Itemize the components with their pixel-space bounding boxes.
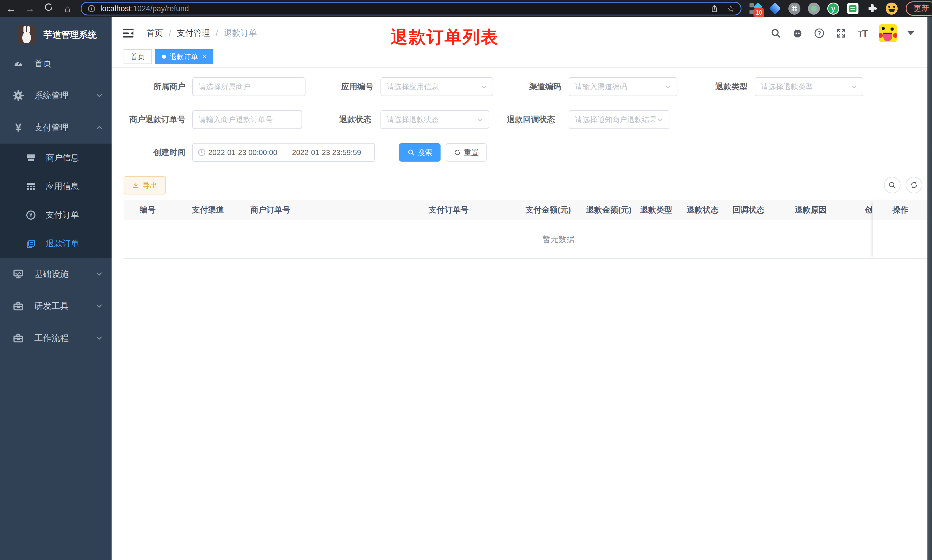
url-path: :1024/pay/refund: [131, 4, 189, 13]
emoji-extension-icon[interactable]: [885, 2, 898, 15]
chevron-down-icon: [656, 116, 664, 124]
date-range-end[interactable]: 2022-01-23 23:59:59: [292, 148, 364, 157]
sidebar-item-refund-order[interactable]: 退款订单: [0, 229, 112, 258]
refund-table: 编号 支付渠道 商户订单号 支付订单号 支付金额(元) 退款金额(元) 退款类型…: [124, 200, 927, 259]
page-annotation: 退款订单列表: [391, 26, 498, 49]
search-button-label: 搜索: [418, 148, 432, 158]
dot-extension-icon[interactable]: [807, 2, 820, 15]
yen-icon: ¥: [12, 121, 25, 134]
callback-status-select[interactable]: [569, 110, 669, 129]
tab-home[interactable]: 首页: [124, 49, 152, 64]
chevron-down-icon: [95, 302, 103, 310]
sidebar-item-pay[interactable]: ¥ 支付管理: [0, 112, 112, 143]
search-button[interactable]: 搜索: [399, 143, 441, 162]
share-icon[interactable]: [710, 4, 718, 13]
font-size-icon[interactable]: тT: [857, 28, 869, 39]
breadcrumb-pay[interactable]: 支付管理: [177, 28, 210, 39]
merchant-refund-no-field[interactable]: [193, 111, 301, 128]
toolbox-icon: [12, 300, 25, 312]
refund-status-select[interactable]: [380, 110, 489, 129]
merchant-refund-no-input[interactable]: [192, 110, 302, 129]
breadcrumb-separator: /: [216, 29, 218, 38]
callback-status-select-field[interactable]: [569, 111, 669, 128]
fold-icon[interactable]: [122, 27, 134, 40]
reload-icon[interactable]: [43, 0, 54, 17]
show-search-toggle-button[interactable]: [884, 177, 901, 193]
reset-button[interactable]: 重置: [446, 143, 487, 162]
column-header-refund-reason: 退款原因: [789, 200, 859, 220]
home-icon[interactable]: ⌂: [62, 0, 73, 17]
column-header-id: 编号: [124, 200, 186, 220]
filter-label-merchant: 所属商户: [123, 77, 185, 96]
date-range-start[interactable]: 2022-01-23 00:00:00: [208, 148, 280, 157]
app-no-select-field[interactable]: [381, 78, 493, 95]
table-body: 暂无数据: [124, 220, 927, 259]
filter-label-callback-status: 退款回调状态: [492, 110, 555, 129]
search-icon: [888, 181, 896, 189]
merchant-input[interactable]: [192, 77, 306, 96]
sidebar-item-infra[interactable]: 基础设施: [0, 258, 112, 290]
sidebar-item-workflow[interactable]: 工作流程: [0, 322, 112, 354]
info-icon[interactable]: [87, 4, 96, 13]
close-icon[interactable]: ×: [203, 52, 206, 61]
sidebar-item-label: 商户信息: [46, 152, 79, 164]
refund-type-select-field[interactable]: [755, 78, 863, 95]
diamond-extension-icon[interactable]: 10: [749, 2, 762, 15]
refund-type-select[interactable]: [755, 77, 863, 96]
chevron-down-icon: [850, 83, 858, 91]
fullscreen-icon[interactable]: [835, 28, 847, 39]
url-text[interactable]: localhost:1024/pay/refund: [100, 4, 706, 13]
tab-label: 首页: [131, 52, 145, 62]
export-button-label: 导出: [143, 180, 157, 191]
caret-down-icon[interactable]: [907, 31, 914, 35]
column-header-pay-order-no: 支付订单号: [423, 200, 520, 220]
address-bar[interactable]: localhost:1024/pay/refund ☆: [81, 2, 741, 15]
sidebar-item-label: 支付管理: [34, 122, 95, 134]
refresh-table-button[interactable]: [906, 177, 922, 193]
export-button[interactable]: 导出: [124, 176, 166, 194]
date-range-separator: -: [283, 148, 290, 157]
chevron-up-icon: [95, 123, 103, 132]
breadcrumb-home[interactable]: 首页: [146, 28, 163, 39]
sidebar-item-pay-order[interactable]: ¥ 支付订单: [0, 201, 112, 229]
merchant-input-field[interactable]: [193, 78, 305, 95]
app-no-select[interactable]: [380, 77, 493, 96]
y-extension-icon[interactable]: y: [827, 2, 840, 15]
app-logo-row[interactable]: 芋道管理系统: [0, 17, 112, 48]
column-header-refund-type: 退款类型: [635, 200, 681, 220]
sidebar-item-label: 应用信息: [46, 181, 79, 192]
tab-refund-order[interactable]: 退款订单 ×: [155, 49, 214, 64]
back-icon[interactable]: ←: [5, 0, 17, 17]
sidebar-item-label: 基础设施: [34, 268, 95, 280]
header-actions: ? тT: [770, 17, 914, 49]
refund-status-select-field[interactable]: [381, 111, 489, 128]
sidebar-item-system[interactable]: 系统管理: [0, 80, 112, 112]
bookmark-star-icon[interactable]: ☆: [727, 3, 735, 14]
sidebar-item-label: 工作流程: [34, 332, 95, 344]
tab-bar: 首页 退款订单 ×: [112, 49, 927, 68]
sidebar-item-label: 首页: [34, 58, 103, 69]
github-icon[interactable]: [792, 28, 803, 39]
tab-label: 退款订单: [169, 52, 198, 62]
extensions-row: 10 ⌘ y: [749, 2, 898, 15]
puzzle-extension-icon[interactable]: [866, 2, 879, 15]
channel-select[interactable]: [569, 77, 677, 96]
scrollbar-track[interactable]: [927, 17, 932, 560]
sidebar-item-home[interactable]: 首页: [0, 48, 112, 80]
help-icon[interactable]: ?: [814, 28, 825, 39]
sidebar-item-devtools[interactable]: 研发工具: [0, 290, 112, 322]
breadcrumb: 首页 / 支付管理 / 退款订单: [146, 28, 257, 39]
command-extension-icon[interactable]: ⌘: [788, 2, 801, 15]
gem-extension-icon[interactable]: [768, 2, 781, 15]
forward-icon[interactable]: →: [24, 0, 35, 17]
create-time-range-picker[interactable]: 2022-01-23 00:00:00 - 2022-01-23 23:59:5…: [192, 143, 375, 162]
channel-select-field[interactable]: [569, 78, 677, 95]
chat-extension-icon[interactable]: [846, 2, 859, 15]
sidebar-item-app-info[interactable]: 应用信息: [0, 172, 112, 201]
avatar[interactable]: [879, 24, 897, 42]
search-icon[interactable]: [770, 28, 781, 39]
main-content: 首页 / 支付管理 / 退款订单 退款订单列表 ?: [112, 17, 927, 560]
browser-update-button[interactable]: 更新: [906, 2, 932, 16]
active-tab-dot: [162, 55, 166, 58]
sidebar-item-merchant-info[interactable]: 商户信息: [0, 143, 112, 172]
